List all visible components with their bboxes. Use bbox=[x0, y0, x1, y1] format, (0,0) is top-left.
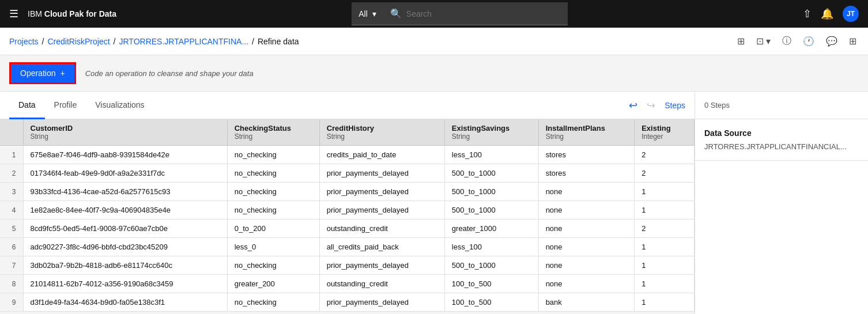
cell-existingsavings: 100_to_500 bbox=[444, 293, 538, 312]
notifications-icon[interactable]: 🔔 bbox=[821, 7, 833, 20]
tab-profile[interactable]: Profile bbox=[45, 92, 86, 119]
breadcrumb-sep-1: / bbox=[42, 37, 44, 46]
table-row: 41e82ae8c-84ee-40f7-9c9a-406904835e4eno_… bbox=[0, 201, 695, 220]
all-label: All bbox=[358, 9, 368, 18]
table-row: 2017346f4-feab-49e9-9d0f-a9a2e331f7dcno_… bbox=[0, 164, 695, 183]
cell-num: 9 bbox=[0, 293, 23, 312]
cell-customerid: 8cd9fc55-0ed5-4ef1-9008-97c60ae7cb0e bbox=[23, 220, 227, 238]
data-table: CustomerID String CheckingStatus String … bbox=[0, 119, 695, 312]
operation-bar: Operation + Code an operation to cleanse… bbox=[0, 55, 868, 92]
breadcrumb-project[interactable]: CreditRiskProject bbox=[47, 37, 110, 46]
cell-existingsavings: 500_to_1000 bbox=[444, 256, 538, 275]
cell-installmentplans: stores bbox=[538, 146, 635, 164]
main-area: Data Profile Visualizations ↩ ↪ Steps bbox=[0, 92, 868, 314]
cell-num: 3 bbox=[0, 183, 23, 201]
col-header-existingsavings: ExistingSavings String bbox=[444, 119, 538, 146]
cell-existing: 2 bbox=[635, 164, 695, 183]
all-dropdown[interactable]: All ▾ bbox=[352, 2, 383, 25]
search-input[interactable] bbox=[406, 9, 561, 18]
tab-row: Data Profile Visualizations ↩ ↪ Steps bbox=[0, 92, 695, 119]
chevron-down-icon: ▾ bbox=[372, 9, 376, 18]
cell-installmentplans: stores bbox=[538, 164, 635, 183]
breadcrumb-bar: Projects / CreditRiskProject / JRTORRES.… bbox=[0, 28, 868, 55]
brand-label: IBM Cloud Pak for Data bbox=[28, 9, 116, 18]
breadcrumb-projects[interactable]: Projects bbox=[9, 37, 39, 46]
cell-installmentplans: none bbox=[538, 256, 635, 275]
cell-existing: 1 bbox=[635, 201, 695, 220]
steps-count: 0 Steps bbox=[704, 101, 730, 109]
cell-checkingstatus: 0_to_200 bbox=[227, 220, 319, 238]
col-header-existing: Existing Integer bbox=[635, 119, 695, 146]
avatar[interactable]: JT bbox=[843, 6, 859, 22]
breadcrumb-sep-2: / bbox=[114, 37, 116, 46]
data-panel: Data Profile Visualizations ↩ ↪ Steps bbox=[0, 92, 695, 314]
breadcrumb-actions: ⊞ ⊡ ▾ ⓘ 🕐 💬 ⊞ bbox=[735, 33, 859, 50]
cell-num: 4 bbox=[0, 201, 23, 220]
breadcrumb-sep-3: / bbox=[252, 37, 254, 46]
table-row: 821014811-62b7-4012-a356-9190a68c3459gre… bbox=[0, 275, 695, 293]
table-body: 1675e8ae7-f046-4df9-aab8-9391584de42eno_… bbox=[0, 146, 695, 312]
cell-existingsavings: greater_1000 bbox=[444, 220, 538, 238]
cell-existingsavings: less_100 bbox=[444, 238, 538, 256]
cell-installmentplans: bank bbox=[538, 293, 635, 312]
comment-icon-btn[interactable]: 💬 bbox=[824, 33, 840, 49]
steps-header: 0 Steps bbox=[695, 92, 868, 119]
search-box: 🔍 bbox=[383, 2, 568, 25]
cell-credithistory: outstanding_credit bbox=[319, 275, 444, 293]
tab-controls: ↩ ↪ Steps bbox=[627, 97, 685, 114]
cell-num: 2 bbox=[0, 164, 23, 183]
steps-link[interactable]: Steps bbox=[665, 101, 685, 110]
share-icon[interactable]: ⇧ bbox=[803, 7, 812, 20]
cell-checkingstatus: no_checking bbox=[227, 164, 319, 183]
cell-num: 8 bbox=[0, 275, 23, 293]
tabs: Data Profile Visualizations bbox=[9, 92, 154, 119]
history-icon-btn[interactable]: 🕐 bbox=[801, 33, 817, 49]
cell-customerid: 93b33fcd-4136-4cae-a52d-6a2577615c93 bbox=[23, 183, 227, 201]
operation-button[interactable]: Operation + bbox=[9, 62, 76, 84]
cell-checkingstatus: no_checking bbox=[227, 146, 319, 164]
redo-button[interactable]: ↪ bbox=[644, 97, 658, 114]
cell-credithistory: prior_payments_delayed bbox=[319, 164, 444, 183]
export-icon-btn[interactable]: ⊡ ▾ bbox=[754, 33, 773, 49]
table-row: 58cd9fc55-0ed5-4ef1-9008-97c60ae7cb0e0_t… bbox=[0, 220, 695, 238]
cell-existingsavings: 500_to_1000 bbox=[444, 183, 538, 201]
cell-checkingstatus: greater_200 bbox=[227, 275, 319, 293]
cell-num: 6 bbox=[0, 238, 23, 256]
breadcrumb-dataset[interactable]: JRTORRES.JRTAPPLICANTFINA... bbox=[119, 37, 249, 46]
data-source-title: Data Source bbox=[704, 128, 859, 138]
cell-installmentplans: none bbox=[538, 201, 635, 220]
table-container[interactable]: CustomerID String CheckingStatus String … bbox=[0, 119, 695, 314]
cell-installmentplans: none bbox=[538, 183, 635, 201]
cell-existing: 2 bbox=[635, 146, 695, 164]
cell-existing: 1 bbox=[635, 275, 695, 293]
tab-visualizations[interactable]: Visualizations bbox=[86, 92, 153, 119]
col-header-checkingstatus: CheckingStatus String bbox=[227, 119, 319, 146]
cell-credithistory: prior_payments_delayed bbox=[319, 201, 444, 220]
cell-checkingstatus: no_checking bbox=[227, 256, 319, 275]
table-row: 393b33fcd-4136-4cae-a52d-6a2577615c93no_… bbox=[0, 183, 695, 201]
cell-num: 1 bbox=[0, 146, 23, 164]
cell-existingsavings: 100_to_500 bbox=[444, 275, 538, 293]
cell-existing: 1 bbox=[635, 293, 695, 312]
operation-label: Operation bbox=[20, 69, 55, 78]
info-icon-btn[interactable]: ⓘ bbox=[780, 33, 794, 50]
top-nav: ☰ IBM Cloud Pak for Data All ▾ 🔍 ⇧ 🔔 JT bbox=[0, 0, 868, 28]
grid-icon-btn[interactable]: ⊞ bbox=[847, 33, 859, 49]
cell-customerid: 3db02ba7-9b2b-4818-adb6-e81174cc640c bbox=[23, 256, 227, 275]
save-icon-btn[interactable]: ⊞ bbox=[735, 33, 747, 49]
hamburger-icon[interactable]: ☰ bbox=[9, 7, 18, 20]
data-source-section: Data Source JRTORRES.JRTAPPLICANTFINANCI… bbox=[695, 119, 868, 161]
tab-data[interactable]: Data bbox=[9, 92, 45, 119]
cell-checkingstatus: no_checking bbox=[227, 201, 319, 220]
operation-hint: Code an operation to cleanse and shape y… bbox=[85, 69, 254, 78]
cell-installmentplans: none bbox=[538, 238, 635, 256]
cell-customerid: 675e8ae7-f046-4df9-aab8-9391584de42e bbox=[23, 146, 227, 164]
table-header-row: CustomerID String CheckingStatus String … bbox=[0, 119, 695, 146]
table-row: 6adc90227-3f8c-4d96-bbfd-cbd23bc45209les… bbox=[0, 238, 695, 256]
cell-existing: 2 bbox=[635, 220, 695, 238]
search-icon: 🔍 bbox=[390, 8, 402, 19]
col-header-rownum bbox=[0, 119, 23, 146]
undo-button[interactable]: ↩ bbox=[627, 97, 640, 114]
cell-credithistory: all_credits_paid_back bbox=[319, 238, 444, 256]
data-source-value: JRTORRES.JRTAPPLICANTFINANCIAL... bbox=[704, 142, 859, 151]
